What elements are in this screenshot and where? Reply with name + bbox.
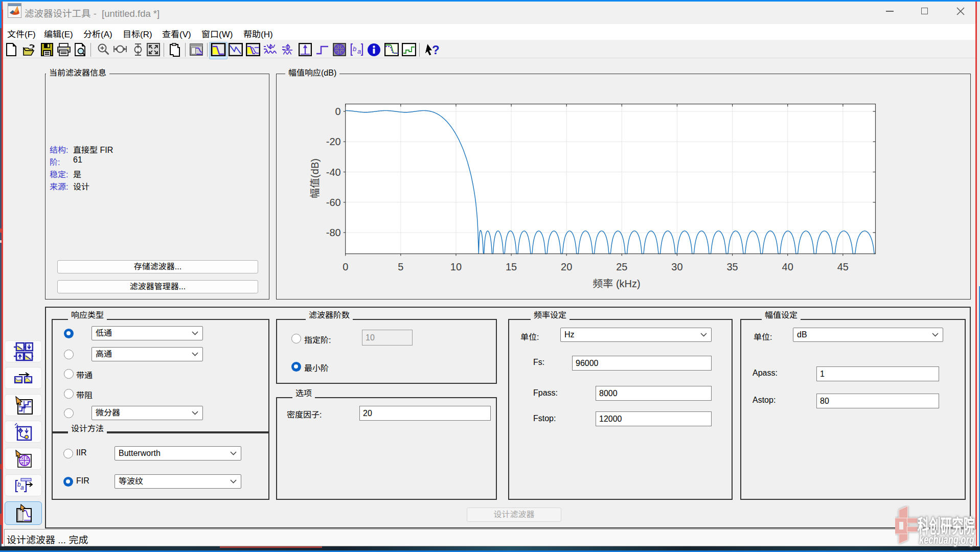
svg-text:-60: -60 [326,197,341,208]
svg-text:-80: -80 [326,227,341,238]
svg-text:20: 20 [561,261,572,272]
svg-text:35: 35 [726,261,738,272]
svg-text:15: 15 [506,261,517,272]
svg-text:30: 30 [671,261,682,272]
svg-text:45: 45 [837,261,849,272]
svg-text:40: 40 [782,261,793,272]
svg-text:25: 25 [616,261,627,272]
svg-text:0: 0 [335,106,341,117]
svg-text:-40: -40 [326,167,341,178]
svg-text:幅值(dB): 幅值(dB) [309,158,321,198]
svg-text:kechuang.org: kechuang.org [919,533,974,546]
svg-text:频率 (kHz): 频率 (kHz) [592,278,640,289]
svg-text:10: 10 [450,261,462,272]
svg-text:0: 0 [343,261,348,272]
svg-text:5: 5 [398,261,403,272]
svg-text:-20: -20 [326,136,341,147]
